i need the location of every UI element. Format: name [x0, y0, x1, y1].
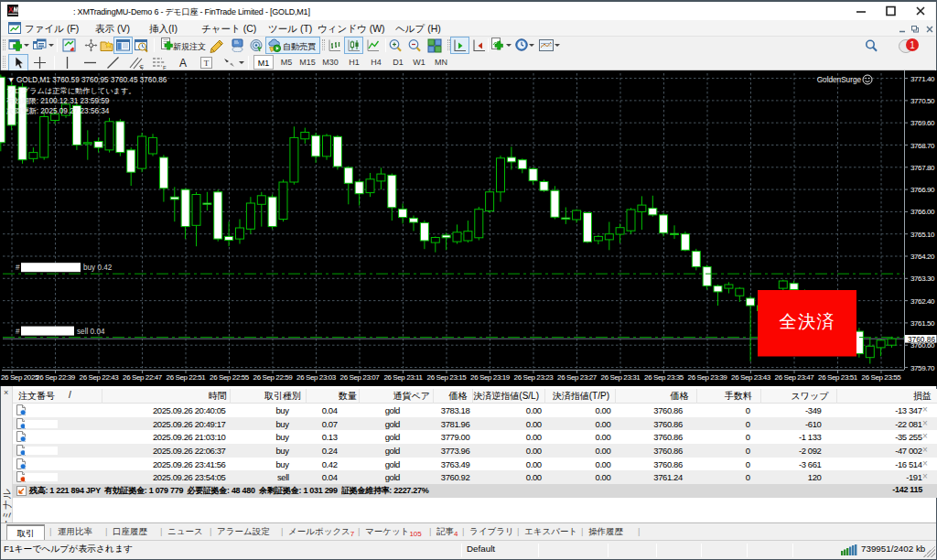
svg-text:3763.30: 3763.30	[910, 275, 935, 283]
svg-text:▼: ▼	[7, 76, 15, 84]
svg-text:sell 0.04: sell 0.04	[77, 328, 105, 336]
svg-text:3767.80: 3767.80	[910, 164, 935, 172]
svg-text:26 Sep 22:55: 26 Sep 22:55	[210, 373, 250, 382]
svg-text:3768.70: 3768.70	[910, 142, 935, 150]
svg-text:26 Sep 23:15: 26 Sep 23:15	[427, 373, 468, 382]
svg-text:3766.00: 3766.00	[910, 208, 935, 216]
svg-text:26 Sep 2025: 26 Sep 2025	[1, 373, 39, 382]
svg-text:有効期限: 2100.12.31 23:59:59: 有効期限: 2100.12.31 23:59:59	[6, 97, 110, 105]
svg-text:26 Sep 23:39: 26 Sep 23:39	[688, 373, 728, 382]
svg-text:26 Sep 23:31: 26 Sep 23:31	[601, 373, 641, 382]
svg-text:3762.40: 3762.40	[910, 297, 935, 306]
svg-text:#: #	[16, 328, 20, 336]
svg-text:26 Sep 23:03: 26 Sep 23:03	[296, 373, 337, 382]
svg-text:26 Sep 23:23: 26 Sep 23:23	[514, 373, 555, 382]
svg-text:3764.20: 3764.20	[910, 253, 935, 261]
svg-text:26 Sep 23:35: 26 Sep 23:35	[644, 373, 684, 382]
svg-text:GoldenSurge: GoldenSurge	[817, 76, 862, 84]
svg-text:26 Sep 23:07: 26 Sep 23:07	[340, 373, 381, 382]
svg-text:26 Sep 22:51: 26 Sep 22:51	[167, 373, 207, 382]
svg-text:3765.10: 3765.10	[910, 231, 935, 239]
svg-text:3770.50: 3770.50	[910, 97, 935, 105]
svg-text:26 Sep 22:43: 26 Sep 22:43	[80, 373, 120, 382]
svg-text:3769.60: 3769.60	[910, 119, 935, 127]
svg-text:26 Sep 23:55: 26 Sep 23:55	[862, 373, 902, 382]
svg-text:26 Sep 23:43: 26 Sep 23:43	[731, 373, 771, 382]
svg-text:全決済: 全決済	[779, 311, 835, 331]
svg-text:次回更新: 2025.09.27 23:56:34: 次回更新: 2025.09.27 23:56:34	[6, 107, 110, 115]
svg-text:プログラムは正常に動作しています。: プログラムは正常に動作しています。	[6, 87, 136, 95]
svg-text:26 Sep 23:51: 26 Sep 23:51	[818, 373, 858, 382]
svg-text:26 Sep 23:11: 26 Sep 23:11	[383, 373, 423, 382]
svg-text:buy 0.42: buy 0.42	[83, 264, 113, 272]
svg-text:3760.86: 3760.86	[908, 335, 935, 344]
svg-text:3759.70: 3759.70	[910, 364, 935, 372]
svg-text:26 Sep 22:47: 26 Sep 22:47	[123, 373, 163, 382]
svg-text:3766.90: 3766.90	[910, 186, 935, 194]
svg-text:26 Sep 22:39: 26 Sep 22:39	[36, 373, 76, 382]
svg-text:GOLD,M1 3760.59 3760.95 3760.4: GOLD,M1 3760.59 3760.95 3760.45 3760.86	[16, 76, 167, 84]
svg-text:26 Sep 23:47: 26 Sep 23:47	[775, 373, 815, 382]
svg-text:26 Sep 23:19: 26 Sep 23:19	[470, 373, 511, 382]
svg-text:26 Sep 22:59: 26 Sep 22:59	[253, 373, 294, 382]
svg-text:3761.50: 3761.50	[910, 319, 935, 328]
svg-text:3771.40: 3771.40	[910, 75, 935, 83]
svg-text:#: #	[16, 264, 20, 272]
svg-text:26 Sep 23:27: 26 Sep 23:27	[557, 373, 598, 382]
